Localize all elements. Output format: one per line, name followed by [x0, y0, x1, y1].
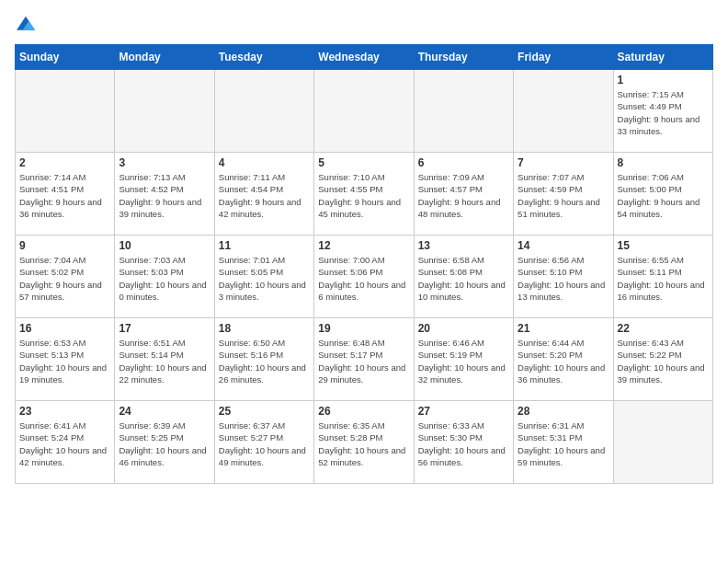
day-info: Sunrise: 7:04 AM Sunset: 5:02 PM Dayligh… [19, 254, 110, 303]
calendar-cell [16, 70, 115, 153]
day-info: Sunrise: 6:35 AM Sunset: 5:28 PM Dayligh… [318, 419, 409, 468]
weekday-header: Friday [514, 45, 613, 70]
day-info: Sunrise: 6:48 AM Sunset: 5:17 PM Dayligh… [318, 337, 409, 385]
day-info: Sunrise: 6:55 AM Sunset: 5:11 PM Dayligh… [618, 254, 709, 303]
day-number: 2 [19, 156, 110, 169]
calendar-cell [613, 401, 712, 484]
calendar-cell: 21Sunrise: 6:44 AM Sunset: 5:20 PM Dayli… [514, 318, 613, 401]
weekday-header: Tuesday [214, 45, 313, 70]
day-info: Sunrise: 7:14 AM Sunset: 4:51 PM Dayligh… [19, 171, 110, 220]
day-number: 20 [418, 322, 509, 335]
calendar-cell: 12Sunrise: 7:00 AM Sunset: 5:06 PM Dayli… [314, 236, 414, 318]
calendar-cell: 6Sunrise: 7:09 AM Sunset: 4:57 PM Daylig… [414, 153, 513, 236]
calendar-cell: 17Sunrise: 6:51 AM Sunset: 5:14 PM Dayli… [115, 318, 214, 401]
day-number: 19 [318, 322, 409, 335]
day-number: 6 [418, 156, 509, 169]
calendar-cell: 13Sunrise: 6:58 AM Sunset: 5:08 PM Dayli… [414, 236, 513, 318]
day-number: 3 [119, 156, 210, 169]
day-info: Sunrise: 6:44 AM Sunset: 5:20 PM Dayligh… [518, 337, 609, 385]
day-info: Sunrise: 6:46 AM Sunset: 5:19 PM Dayligh… [418, 337, 509, 385]
calendar-cell: 10Sunrise: 7:03 AM Sunset: 5:03 PM Dayli… [115, 236, 214, 318]
day-info: Sunrise: 6:41 AM Sunset: 5:24 PM Dayligh… [19, 419, 110, 468]
day-number: 7 [518, 156, 609, 169]
calendar-cell [214, 70, 313, 153]
day-number: 22 [618, 322, 709, 335]
day-info: Sunrise: 7:00 AM Sunset: 5:06 PM Dayligh… [318, 254, 409, 303]
day-number: 28 [518, 405, 609, 418]
day-info: Sunrise: 7:09 AM Sunset: 4:57 PM Dayligh… [418, 171, 509, 220]
calendar-cell [414, 70, 513, 153]
calendar-cell: 23Sunrise: 6:41 AM Sunset: 5:24 PM Dayli… [16, 401, 115, 484]
day-info: Sunrise: 7:03 AM Sunset: 5:03 PM Dayligh… [119, 254, 210, 303]
calendar-cell: 9Sunrise: 7:04 AM Sunset: 5:02 PM Daylig… [16, 236, 115, 318]
day-number: 24 [119, 405, 210, 418]
day-number: 8 [618, 156, 709, 169]
calendar-cell: 18Sunrise: 6:50 AM Sunset: 5:16 PM Dayli… [214, 318, 313, 401]
day-number: 1 [618, 74, 709, 86]
weekday-header-row: SundayMondayTuesdayWednesdayThursdayFrid… [16, 45, 713, 70]
day-info: Sunrise: 7:10 AM Sunset: 4:55 PM Dayligh… [318, 171, 409, 220]
day-info: Sunrise: 7:15 AM Sunset: 4:49 PM Dayligh… [618, 88, 709, 137]
day-number: 10 [119, 239, 210, 252]
day-number: 17 [119, 322, 210, 335]
day-number: 23 [19, 405, 110, 418]
day-info: Sunrise: 7:07 AM Sunset: 4:59 PM Dayligh… [518, 171, 609, 220]
day-number: 12 [318, 239, 409, 252]
calendar-cell [115, 70, 214, 153]
calendar-cell: 26Sunrise: 6:35 AM Sunset: 5:28 PM Dayli… [314, 401, 414, 484]
calendar-cell: 19Sunrise: 6:48 AM Sunset: 5:17 PM Dayli… [314, 318, 414, 401]
calendar-cell: 5Sunrise: 7:10 AM Sunset: 4:55 PM Daylig… [314, 153, 414, 236]
weekday-header: Thursday [414, 45, 513, 70]
calendar-cell: 28Sunrise: 6:31 AM Sunset: 5:31 PM Dayli… [514, 401, 613, 484]
day-number: 27 [418, 405, 509, 418]
calendar-cell [514, 70, 613, 153]
weekday-header: Monday [115, 45, 214, 70]
day-info: Sunrise: 7:13 AM Sunset: 4:52 PM Dayligh… [119, 171, 210, 220]
day-info: Sunrise: 6:53 AM Sunset: 5:13 PM Dayligh… [19, 337, 110, 385]
calendar-week-row: 16Sunrise: 6:53 AM Sunset: 5:13 PM Dayli… [16, 318, 713, 401]
day-number: 18 [219, 322, 310, 335]
day-number: 26 [318, 405, 409, 418]
day-number: 16 [19, 322, 110, 335]
calendar-cell: 25Sunrise: 6:37 AM Sunset: 5:27 PM Dayli… [214, 401, 313, 484]
calendar-cell: 15Sunrise: 6:55 AM Sunset: 5:11 PM Dayli… [613, 236, 712, 318]
weekday-header: Wednesday [314, 45, 414, 70]
day-number: 14 [518, 239, 609, 252]
calendar-cell: 20Sunrise: 6:46 AM Sunset: 5:19 PM Dayli… [414, 318, 513, 401]
day-info: Sunrise: 7:11 AM Sunset: 4:54 PM Dayligh… [219, 171, 310, 220]
calendar-cell: 27Sunrise: 6:33 AM Sunset: 5:30 PM Dayli… [414, 401, 513, 484]
calendar-cell: 14Sunrise: 6:56 AM Sunset: 5:10 PM Dayli… [514, 236, 613, 318]
day-info: Sunrise: 6:33 AM Sunset: 5:30 PM Dayligh… [418, 419, 509, 468]
calendar-week-row: 9Sunrise: 7:04 AM Sunset: 5:02 PM Daylig… [16, 236, 713, 318]
calendar-cell: 2Sunrise: 7:14 AM Sunset: 4:51 PM Daylig… [16, 153, 115, 236]
day-info: Sunrise: 6:56 AM Sunset: 5:10 PM Dayligh… [518, 254, 609, 303]
logo [15, 15, 40, 33]
day-info: Sunrise: 6:51 AM Sunset: 5:14 PM Dayligh… [119, 337, 210, 385]
day-info: Sunrise: 6:37 AM Sunset: 5:27 PM Dayligh… [219, 419, 310, 468]
weekday-header: Sunday [16, 45, 115, 70]
day-info: Sunrise: 7:01 AM Sunset: 5:05 PM Dayligh… [219, 254, 310, 303]
calendar-week-row: 23Sunrise: 6:41 AM Sunset: 5:24 PM Dayli… [16, 401, 713, 484]
day-number: 15 [618, 239, 709, 252]
day-info: Sunrise: 6:39 AM Sunset: 5:25 PM Dayligh… [119, 419, 210, 468]
day-number: 21 [518, 322, 609, 335]
calendar-cell: 11Sunrise: 7:01 AM Sunset: 5:05 PM Dayli… [214, 236, 313, 318]
day-info: Sunrise: 7:06 AM Sunset: 5:00 PM Dayligh… [618, 171, 709, 220]
calendar-cell: 24Sunrise: 6:39 AM Sunset: 5:25 PM Dayli… [115, 401, 214, 484]
day-number: 5 [318, 156, 409, 169]
calendar-cell: 16Sunrise: 6:53 AM Sunset: 5:13 PM Dayli… [16, 318, 115, 401]
calendar-table: SundayMondayTuesdayWednesdayThursdayFrid… [15, 44, 713, 484]
calendar-week-row: 2Sunrise: 7:14 AM Sunset: 4:51 PM Daylig… [16, 153, 713, 236]
logo-icon [15, 15, 37, 33]
day-number: 25 [219, 405, 310, 418]
day-info: Sunrise: 6:31 AM Sunset: 5:31 PM Dayligh… [518, 419, 609, 468]
day-number: 13 [418, 239, 509, 252]
calendar-cell [314, 70, 414, 153]
weekday-header: Saturday [613, 45, 712, 70]
page-header [15, 15, 713, 33]
calendar-cell: 22Sunrise: 6:43 AM Sunset: 5:22 PM Dayli… [613, 318, 712, 401]
calendar-cell: 3Sunrise: 7:13 AM Sunset: 4:52 PM Daylig… [115, 153, 214, 236]
day-info: Sunrise: 6:50 AM Sunset: 5:16 PM Dayligh… [219, 337, 310, 385]
calendar-cell: 4Sunrise: 7:11 AM Sunset: 4:54 PM Daylig… [214, 153, 313, 236]
day-info: Sunrise: 6:43 AM Sunset: 5:22 PM Dayligh… [618, 337, 709, 385]
